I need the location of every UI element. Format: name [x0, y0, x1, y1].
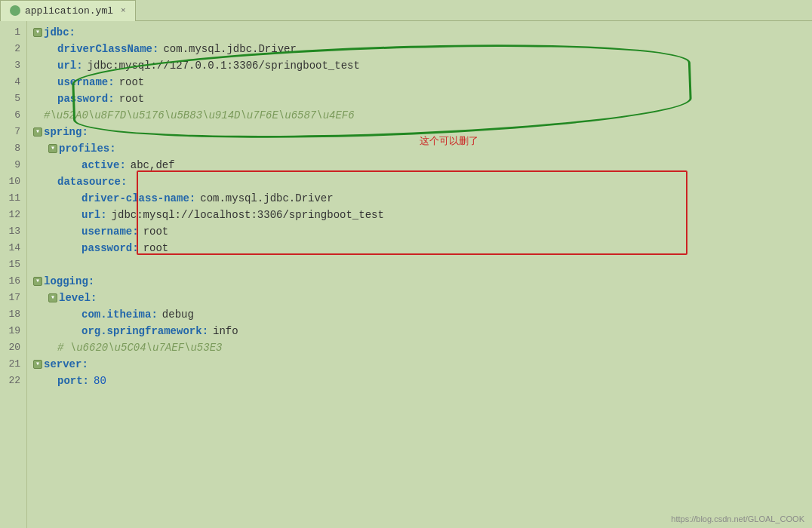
code-value: root: [143, 223, 169, 240]
fold-icon-7[interactable]: ▾: [33, 127, 42, 137]
code-line-15: [33, 256, 812, 273]
file-icon: [10, 5, 20, 16]
code-area: 12345 678910 1112131415 1617181920 2122 …: [0, 21, 812, 528]
code-comment: #\u52A0\u8F7D\u5176\u5B83\u914D\u7F6E\u6…: [44, 107, 355, 124]
code-line-2: driverClassName: com.mysql.jdbc.Driver: [33, 41, 812, 57]
fold-icon-16[interactable]: ▾: [33, 277, 42, 286]
code-line-14: password: root: [33, 240, 812, 256]
code-value: com.mysql.jdbc.Driver: [163, 41, 296, 57]
code-line-3: url: jdbc:mysql://127.0.0.1:3306/springb…: [33, 57, 812, 74]
tab-close-button[interactable]: ×: [121, 6, 126, 15]
code-keyword: level:: [59, 290, 97, 306]
code-keyword: active:: [82, 157, 126, 173]
fold-icon-21[interactable]: ▾: [33, 360, 42, 369]
code-keyword: password:: [82, 240, 139, 256]
code-keyword: driver-class-name:: [82, 190, 195, 207]
code-line-4: username: root: [33, 74, 812, 91]
code-line-5: password: root: [33, 91, 812, 107]
code-keyword: server:: [44, 356, 88, 373]
code-line-22: port: 80: [33, 373, 812, 389]
code-keyword: username:: [57, 74, 115, 91]
line-numbers: 12345 678910 1112131415 1617181920 2122: [0, 21, 27, 528]
code-line-19: org.springframework: info: [33, 323, 812, 339]
code-keyword: datasource:: [57, 173, 127, 190]
code-keyword: spring:: [44, 124, 88, 140]
code-keyword: jdbc:: [44, 24, 75, 41]
code-line-18: com.itheima: debug: [33, 306, 812, 323]
fold-icon-1[interactable]: ▾: [33, 28, 42, 37]
code-line-16: ▾ logging:: [33, 273, 812, 290]
watermark: https://blog.csdn.net/GLOAL_COOK: [671, 514, 804, 523]
code-keyword: url:: [57, 57, 83, 74]
code-value: jdbc:mysql://127.0.0.1:3306/springboot_t…: [88, 57, 360, 74]
code-value: abc,def: [131, 157, 175, 173]
fold-icon-8[interactable]: ▾: [48, 144, 57, 153]
code-keyword: com.itheima:: [82, 306, 158, 323]
code-line-6: #\u52A0\u8F7D\u5176\u5B83\u914D\u7F6E\u6…: [33, 107, 812, 124]
chinese-annotation: 这个可以删了: [420, 133, 478, 149]
file-tab[interactable]: application.yml ×: [0, 0, 136, 21]
code-keyword: org.springframework:: [82, 323, 208, 339]
code-line-1: ▾ jdbc:: [33, 24, 812, 41]
code-value: jdbc:mysql://localhost:3306/springboot_t…: [112, 207, 384, 223]
code-content: ▾ jdbc: driverClassName: com.mysql.jdbc.…: [27, 21, 812, 528]
code-line-9: active: abc,def: [33, 157, 812, 173]
code-keyword: username:: [82, 223, 139, 240]
tab-bar: application.yml ×: [0, 0, 812, 21]
code-keyword: password:: [57, 91, 115, 107]
code-value: root: [143, 240, 169, 256]
code-value: debug: [162, 306, 194, 323]
code-line-20: # \u6620\u5C04\u7AEF\u53E3: [33, 339, 812, 356]
code-keyword: profiles:: [59, 140, 116, 157]
editor-container: application.yml × 12345 678910 111213141…: [0, 0, 812, 528]
code-comment: # \u6620\u5C04\u7AEF\u53E3: [57, 339, 222, 356]
code-value-blue: 80: [94, 373, 106, 389]
tab-label: application.yml: [25, 5, 113, 17]
code-keyword: driverClassName:: [57, 41, 158, 57]
fold-icon-17[interactable]: ▾: [48, 293, 57, 302]
code-line-13: username: root: [33, 223, 812, 240]
code-value: root: [119, 74, 145, 91]
code-value: info: [213, 323, 238, 339]
code-keyword: logging:: [44, 273, 94, 290]
code-line-17: ▾ level:: [33, 290, 812, 306]
code-line-21: ▾ server:: [33, 356, 812, 373]
code-keyword: url:: [82, 207, 107, 223]
code-value: root: [119, 91, 145, 107]
code-line-12: url: jdbc:mysql://localhost:3306/springb…: [33, 207, 812, 223]
code-line-10: datasource:: [33, 173, 812, 190]
code-line-11: driver-class-name: com.mysql.jdbc.Driver: [33, 190, 812, 207]
code-keyword: port:: [57, 373, 89, 389]
code-value: com.mysql.jdbc.Driver: [200, 190, 333, 207]
